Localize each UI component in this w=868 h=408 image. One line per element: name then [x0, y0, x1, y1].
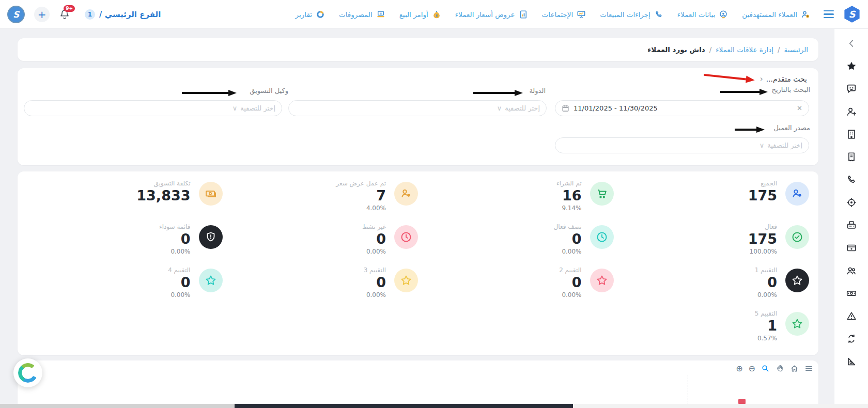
warning-triangle-icon[interactable]	[845, 310, 857, 322]
app-logo[interactable]: S	[843, 6, 861, 23]
fax-phone-icon[interactable]	[845, 219, 857, 231]
clock-icon	[590, 225, 614, 249]
zoom-out-icon[interactable]: ⊖	[749, 364, 755, 373]
nav-item-sale-orders[interactable]: $ أوامر البيع	[399, 10, 441, 19]
right-sidebar	[834, 29, 868, 408]
nav-item-targeted-customers[interactable]: $ العملاء المستهدفين	[742, 10, 810, 19]
nav-item-customer-data[interactable]: بيانات العملاء	[677, 10, 728, 19]
source-select[interactable]: إختر للتصفية ∨	[555, 137, 809, 153]
add-button[interactable]: +	[34, 7, 50, 22]
stats-card: الجميع175 تم الشراء169.14% تم عمل عرض سع…	[18, 171, 818, 355]
donut-chart-icon	[316, 10, 325, 19]
stat-rating-4: التقييم 400.00%	[27, 263, 223, 307]
agent-placeholder: إختر للتصفية	[240, 104, 275, 112]
advanced-search-label: بحث متقدم...	[766, 75, 807, 83]
svg-text:$: $	[380, 12, 382, 15]
chart-card: ⊕ ⊖	[18, 360, 818, 405]
money-icon	[199, 182, 223, 206]
cart-icon	[590, 182, 614, 206]
horizontal-scrollbar[interactable]	[0, 404, 868, 408]
branch-name: الفرع الرئيسي /	[99, 10, 161, 19]
person-tag-icon	[785, 182, 809, 206]
presentation-icon	[577, 10, 586, 19]
home-reset-icon[interactable]	[790, 364, 799, 373]
nav-item-label: بيانات العملاء	[677, 10, 715, 19]
spinner-ring	[18, 363, 38, 383]
company-building-icon[interactable]	[845, 128, 857, 140]
star-icon	[394, 269, 418, 292]
star-icon	[199, 269, 223, 292]
money-bill-icon[interactable]	[845, 287, 857, 299]
selection-zoom-icon[interactable]	[761, 364, 770, 373]
source-filter-label: مصدر العميل	[773, 124, 810, 132]
card-add-icon[interactable]	[845, 242, 857, 254]
chevron-down-icon: ∨	[233, 104, 238, 112]
invoice-icon[interactable]	[845, 151, 857, 163]
set-square-icon[interactable]	[845, 355, 857, 367]
annotation-arrow-red	[702, 71, 755, 85]
agent-filter-label: وكيل التسويق	[250, 87, 288, 95]
agent-select[interactable]: إختر للتصفية ∨	[24, 100, 282, 116]
stat-inactive: غير نشط00.00%	[223, 220, 419, 263]
stat-marketing-cost: تكلفة التسويق13,833	[27, 177, 223, 220]
stat-semi-active: نصف فعال00.00%	[418, 220, 614, 263]
clear-date-icon[interactable]: ✕	[797, 104, 802, 112]
laptop-icon: $	[376, 10, 385, 19]
add-customer-icon[interactable]	[845, 105, 857, 117]
main-nav: $ العملاء المستهدفين بيانات العملاء إجرا…	[296, 10, 810, 19]
advanced-search-card: بحث متقدم... ‹ البحث بالتاريخ الدولة وكي…	[18, 68, 818, 165]
nav-item-reports[interactable]: تقارير	[296, 10, 325, 19]
topbar: S $ العملاء المستهدفين بيانات العملاء إج…	[0, 0, 868, 29]
menu-icon[interactable]	[804, 364, 813, 373]
zoom-in-icon[interactable]: ⊕	[736, 364, 742, 373]
svg-text:$: $	[436, 13, 438, 17]
advanced-search-toggle[interactable]: بحث متقدم... ‹	[760, 74, 807, 84]
page-title: داش بورد العملاء	[647, 45, 705, 54]
nav-item-label: عروض أسعار العملاء	[455, 10, 515, 19]
nav-item-expenses[interactable]: $ المصروفات	[339, 10, 385, 19]
country-filter-label: الدولة	[529, 87, 546, 95]
stat-rating-3: التقييم 300.00%	[223, 263, 419, 307]
stat-blacklist: قائمة سوداء00.00%	[27, 220, 223, 263]
customers-group-icon[interactable]	[845, 264, 857, 276]
stat-quoted: تم عمل عرض سعر74.00%	[223, 177, 419, 220]
check-circle-icon	[785, 225, 809, 249]
notifications-button[interactable]: +9	[59, 9, 70, 20]
collapse-chevron-icon[interactable]	[845, 37, 857, 49]
breadcrumb-crm[interactable]: إدارة علاقات العملاء	[716, 45, 773, 54]
nav-item-sales-actions[interactable]: إجراءات المبيعات	[600, 10, 663, 19]
annotation-arrow-source	[735, 127, 765, 133]
favorites-star-icon[interactable]	[845, 60, 857, 72]
annotation-arrow-country	[473, 90, 523, 96]
nav-item-label: الإجتماعات	[542, 10, 574, 19]
chevron-left-icon: ‹	[760, 74, 763, 84]
shield-alert-icon	[199, 225, 223, 249]
calendar-icon	[562, 104, 569, 112]
star-icon	[590, 269, 614, 292]
stat-total: الجميع175	[614, 177, 810, 220]
nav-item-customer-quotes[interactable]: عروض أسعار العملاء	[455, 10, 528, 19]
date-range-input[interactable]: 11/01/2025 - 11/30/2025 ✕	[555, 100, 809, 116]
chart-toolbar: ⊕ ⊖	[736, 364, 813, 373]
target-location-icon[interactable]	[845, 196, 857, 208]
star-icon	[785, 269, 809, 292]
country-select[interactable]: إختر للتصفية ∨	[288, 100, 547, 116]
nav-item-meetings[interactable]: الإجتماعات	[542, 10, 586, 19]
breadcrumb-home[interactable]: الرئيسية	[784, 45, 809, 54]
branch-selector[interactable]: الفرع الرئيسي / 1	[85, 9, 161, 20]
sync-icon[interactable]	[845, 333, 857, 344]
stat-active: فعال175100.00%	[614, 220, 810, 263]
date-filter-label: البحث بالتاريخ	[772, 86, 811, 93]
annotation-arrow-date	[720, 89, 768, 95]
person-tag-icon	[394, 182, 418, 206]
loading-spinner	[13, 358, 42, 387]
money-bag-icon: $	[432, 10, 441, 19]
hamburger-menu-icon[interactable]	[824, 10, 834, 19]
breadcrumb-separator: /	[778, 45, 780, 54]
headset-person-icon	[719, 10, 728, 19]
stat-rating-2: التقييم 200.00%	[418, 263, 614, 307]
phone-call-icon[interactable]	[845, 174, 857, 185]
feedback-chat-icon[interactable]	[845, 83, 857, 95]
pan-hand-icon[interactable]	[776, 364, 784, 373]
account-logo[interactable]: S	[7, 6, 25, 23]
